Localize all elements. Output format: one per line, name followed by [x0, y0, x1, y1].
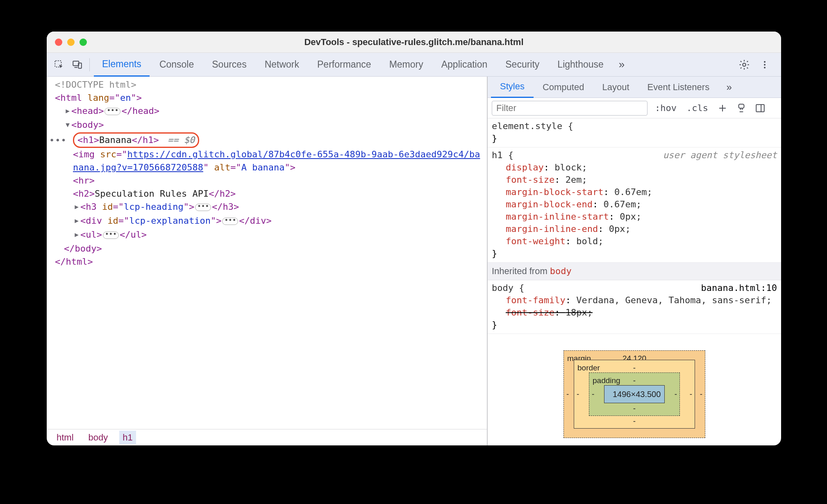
style-rule[interactable]: banana.html:10 body { font-family: Verda… [488, 280, 781, 334]
dom-node[interactable]: <h2>Speculation Rules API</h2> [55, 187, 487, 200]
box-model: margin 24.120 - - border - - - - [488, 334, 781, 438]
box-model-content[interactable]: 1496×43.500 [604, 385, 665, 403]
dom-node[interactable]: ▶<div id="lcp-explanation">•••</div> [55, 214, 487, 228]
inherited-section: Inherited frombody [488, 263, 781, 280]
settings-icon[interactable] [736, 57, 752, 73]
dom-node[interactable]: <html lang="en"> [55, 91, 487, 104]
maximize-button[interactable] [80, 39, 87, 46]
dom-node[interactable]: ▼<body> [55, 118, 487, 132]
dom-tree[interactable]: <!DOCTYPE html> <html lang="en"> ▶<head>… [47, 77, 487, 429]
tab-network[interactable]: Network [257, 53, 307, 77]
svg-point-3 [743, 63, 745, 66]
svg-rect-8 [756, 104, 764, 111]
hov-toggle[interactable]: :hov [652, 101, 679, 115]
main-tabbar: Elements Console Sources Network Perform… [47, 53, 781, 77]
devtools-window: DevTools - speculative-rules.glitch.me/b… [47, 32, 781, 445]
minimize-button[interactable] [67, 39, 75, 46]
breadcrumb: html body h1 [47, 429, 487, 445]
tab-security[interactable]: Security [497, 53, 548, 77]
dom-node[interactable]: ▶<h3 id="lcp-heading">•••</h3> [55, 200, 487, 214]
styles-filter-input[interactable] [492, 101, 648, 116]
tab-application[interactable]: Application [433, 53, 496, 77]
titlebar: DevTools - speculative-rules.glitch.me/b… [47, 32, 781, 53]
breadcrumb-item[interactable]: body [85, 431, 111, 445]
new-style-rule-icon[interactable] [716, 101, 729, 115]
svg-rect-7 [738, 104, 744, 108]
window-controls [47, 39, 87, 46]
tab-memory[interactable]: Memory [381, 53, 432, 77]
styles-panel: Styles Computed Layout Event Listeners »… [488, 77, 781, 445]
rule-source-link[interactable]: banana.html:10 [701, 282, 777, 294]
styles-tabbar: Styles Computed Layout Event Listeners » [488, 77, 781, 98]
dom-node[interactable]: nana.jpg?v=1705668720588" alt="A banana"… [55, 161, 487, 174]
svg-rect-1 [73, 61, 79, 66]
dom-node[interactable]: </html> [55, 255, 487, 268]
styles-tab-styles[interactable]: Styles [491, 77, 534, 98]
more-tabs-icon[interactable]: » [613, 57, 630, 73]
box-model-margin[interactable]: margin 24.120 - - border - - - - [563, 350, 705, 438]
tab-lighthouse[interactable]: Lighthouse [549, 53, 612, 77]
styles-body[interactable]: element.style { } user agent stylesheet … [488, 118, 781, 445]
more-styles-tabs-icon[interactable]: » [721, 79, 737, 95]
dom-node[interactable]: ▶<ul>•••</ul> [55, 228, 487, 242]
elements-panel: <!DOCTYPE html> <html lang="en"> ▶<head>… [47, 77, 488, 445]
svg-point-5 [764, 64, 766, 66]
tab-performance[interactable]: Performance [309, 53, 379, 77]
rule-source: user agent stylesheet [663, 149, 777, 161]
dom-node[interactable]: <hr> [55, 174, 487, 187]
cls-toggle[interactable]: .cls [684, 101, 711, 115]
box-model-padding[interactable]: padding - - - - 1496×43.500 [589, 372, 680, 416]
dom-node[interactable]: <img src="https://cdn.glitch.global/87b4… [55, 148, 487, 161]
box-model-border[interactable]: border - - - - padding - - - [574, 360, 695, 429]
tab-sources[interactable]: Sources [204, 53, 254, 77]
main-content: <!DOCTYPE html> <html lang="en"> ▶<head>… [47, 77, 781, 445]
styles-tab-layout[interactable]: Layout [593, 77, 638, 98]
window-title: DevTools - speculative-rules.glitch.me/b… [47, 37, 781, 48]
styles-tab-computed[interactable]: Computed [534, 77, 593, 98]
rendering-emulations-icon[interactable] [734, 101, 748, 115]
separator [89, 58, 90, 71]
dom-node[interactable]: ▶<head>•••</head> [55, 104, 487, 118]
styles-tab-event-listeners[interactable]: Event Listeners [638, 77, 719, 98]
breadcrumb-item[interactable]: html [53, 431, 77, 445]
dom-node-selected[interactable]: ••• <h1>Banana</h1> == $0 [55, 132, 487, 148]
kebab-menu-icon[interactable] [757, 57, 773, 73]
svg-point-4 [764, 61, 766, 63]
close-button[interactable] [55, 39, 62, 46]
style-rule[interactable]: element.style { } [488, 118, 781, 148]
breadcrumb-item[interactable]: h1 [119, 431, 136, 445]
dom-node[interactable]: <!DOCTYPE html> [55, 78, 487, 91]
inspect-element-icon[interactable] [51, 57, 67, 73]
tab-elements[interactable]: Elements [94, 53, 150, 77]
device-toolbar-icon[interactable] [69, 57, 85, 73]
style-rule[interactable]: user agent stylesheet h1 { display: bloc… [488, 148, 781, 263]
dom-node[interactable]: </body> [55, 242, 487, 255]
row-actions-icon[interactable]: ••• [49, 134, 67, 147]
svg-point-6 [764, 67, 766, 68]
computed-sidebar-icon[interactable] [753, 101, 767, 115]
tab-console[interactable]: Console [151, 53, 202, 77]
styles-toolbar: :hov .cls [488, 98, 781, 118]
